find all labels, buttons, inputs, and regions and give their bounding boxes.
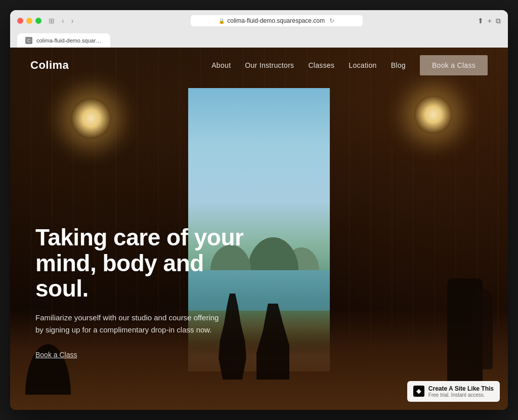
nav-link-blog[interactable]: Blog: [391, 61, 406, 69]
standing-figure-right: [472, 288, 493, 369]
nav-link-about[interactable]: About: [211, 61, 231, 69]
hero-title: Taking care of your mind, body and soul.: [35, 225, 258, 302]
address-bar[interactable]: 🔒 colima-fluid-demo.squarespace.com ↻: [191, 15, 363, 26]
badge-text-container: Create A Site Like This Free trial. Inst…: [428, 385, 494, 398]
hero-subtitle: Familiarize yourself with our studio and…: [35, 312, 228, 336]
nav-item-location[interactable]: Location: [349, 61, 376, 70]
traffic-light-green[interactable]: [35, 18, 41, 24]
nav-item-classes[interactable]: Classes: [308, 61, 334, 70]
site-logo[interactable]: Colima: [30, 59, 69, 72]
nav-item-instructors[interactable]: Our Instructors: [245, 61, 294, 70]
url-text: colima-fluid-demo.squarespace.com: [227, 17, 325, 24]
browser-controls: ⊞ ‹ ›: [47, 16, 75, 26]
traffic-light-red[interactable]: [17, 18, 23, 24]
nav-links: About Our Instructors Classes Location B…: [211, 61, 488, 70]
tabs-icon[interactable]: ⧉: [496, 17, 501, 25]
nav-link-location[interactable]: Location: [349, 61, 376, 69]
hero-cta-link[interactable]: Book a Class: [35, 351, 77, 359]
tab-favicon: C: [25, 37, 32, 44]
hero-content: Taking care of your mind, body and soul.…: [35, 225, 258, 359]
lock-icon: 🔒: [219, 18, 225, 24]
browser-window: ⊞ ‹ › 🔒 colima-fluid-demo.squarespace.co…: [10, 10, 508, 410]
sidebar-toggle-icon[interactable]: ⊞: [47, 16, 57, 26]
site-content: Colima About Our Instructors Classes Loc…: [10, 48, 508, 410]
nav-link-classes[interactable]: Classes: [308, 61, 334, 69]
nav-item-blog[interactable]: Blog: [391, 61, 406, 70]
badge-main-text: Create A Site Like This: [428, 385, 494, 392]
light-orb-left: [71, 98, 111, 139]
share-icon[interactable]: ⬆: [478, 17, 484, 25]
new-tab-icon[interactable]: +: [488, 17, 492, 25]
light-orb-right: [414, 96, 452, 134]
tab-label: colima-fluid-demo.squarespace.com: [36, 37, 102, 44]
nav-item-about[interactable]: About: [211, 61, 231, 70]
forward-icon[interactable]: ›: [69, 16, 76, 26]
nav-cta-button[interactable]: Book a Class: [420, 55, 488, 75]
browser-tab[interactable]: C colima-fluid-demo.squarespace.com: [17, 33, 110, 48]
address-bar-container: 🔒 colima-fluid-demo.squarespace.com ↻: [80, 15, 472, 26]
refresh-icon[interactable]: ↻: [329, 17, 334, 24]
squarespace-icon: ◆: [413, 386, 424, 397]
tab-bar: C colima-fluid-demo.squarespace.com: [17, 31, 501, 48]
traffic-lights: [17, 18, 41, 24]
squarespace-badge[interactable]: ◆ Create A Site Like This Free trial. In…: [407, 381, 500, 402]
browser-chrome: ⊞ ‹ › 🔒 colima-fluid-demo.squarespace.co…: [10, 10, 508, 48]
nav-link-instructors[interactable]: Our Instructors: [245, 61, 294, 69]
nav-item-cta[interactable]: Book a Class: [420, 61, 488, 70]
site-nav: Colima About Our Instructors Classes Loc…: [10, 48, 508, 83]
traffic-light-yellow[interactable]: [26, 18, 32, 24]
badge-sub-text: Free trial. Instant access.: [428, 392, 494, 398]
browser-actions: ⬆ + ⧉: [478, 17, 501, 25]
back-icon[interactable]: ‹: [60, 16, 66, 26]
